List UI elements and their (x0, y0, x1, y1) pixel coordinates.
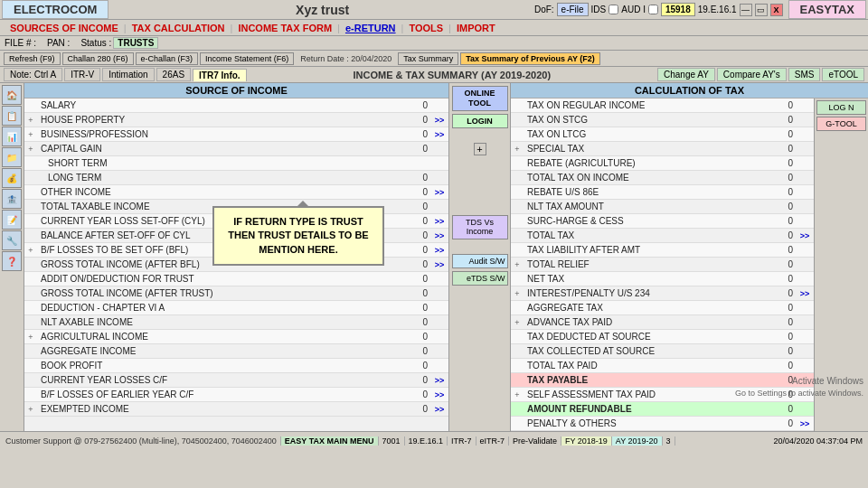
income-plus[interactable]: + (24, 246, 37, 255)
income-plus[interactable]: + (24, 333, 37, 342)
sidebar-icon-2[interactable]: 📋 (2, 106, 22, 126)
etds-sw-btn[interactable]: eTDS S/W (452, 271, 508, 286)
tab-itrv[interactable]: ITR-V (64, 68, 100, 81)
tax-value: 0 (755, 288, 796, 298)
efile-btn[interactable]: e-File (557, 3, 589, 16)
tax-row: TAX ON REGULAR INCOME0 (511, 99, 814, 113)
audit-sw-btn[interactable]: Audit S/W (452, 254, 508, 268)
tax-plus[interactable]: + (511, 318, 524, 327)
sidebar-icon-6[interactable]: 🏦 (2, 189, 22, 209)
tax-plus[interactable]: + (511, 390, 524, 399)
income-arrow[interactable]: >> (430, 390, 448, 399)
ids-checkbox[interactable] (609, 5, 618, 14)
income-value: 0 (390, 317, 430, 327)
sidebar-icon-8[interactable]: 🔧 (2, 230, 22, 250)
sidebar-icon-4[interactable]: 📁 (2, 147, 22, 167)
tab-change-ay[interactable]: Change AY (657, 68, 715, 81)
tab-sms[interactable]: SMS (788, 68, 821, 81)
income-value: 0 (390, 259, 430, 269)
aud-checkbox[interactable] (648, 5, 658, 14)
menu-income-tax[interactable]: INCOME TAX FORM (232, 22, 337, 34)
gtool-btn[interactable]: G-TOOL (816, 117, 866, 131)
status-label: Status : (80, 38, 113, 48)
tax-summary-prev-btn[interactable]: Tax Summary of Previous AY (F2) (460, 52, 600, 65)
menu-import[interactable]: IMPORT (451, 22, 501, 34)
menu-sources[interactable]: SOURCES OF INCOME (5, 22, 124, 34)
menu-tools[interactable]: TOOLS (403, 22, 448, 34)
income-arrow[interactable]: >> (430, 246, 448, 255)
tab-intimation[interactable]: Intimation (102, 68, 154, 81)
dof-label: DoF: (534, 5, 554, 14)
tax-plus[interactable]: + (511, 145, 524, 154)
minimize-btn[interactable]: — (740, 4, 752, 16)
income-arrow[interactable]: >> (430, 130, 448, 139)
login-log-btn[interactable]: LOG N (816, 100, 866, 115)
tax-plus[interactable]: + (511, 260, 524, 269)
income-plus[interactable]: + (24, 145, 37, 154)
tax-value: 0 (755, 274, 796, 284)
tax-row: +SELF ASSESSMENT TAX PAID0 (511, 388, 814, 402)
income-label: DEDUCTION - CHAPTER VI A (37, 303, 390, 313)
income-row: B/F LOSSES OF EARLIER YEAR C/F0>> (24, 388, 448, 402)
income-arrow[interactable]: >> (430, 231, 448, 240)
income-label: BOOK PROFIT (37, 361, 390, 371)
login-btn[interactable]: LOGIN (452, 114, 508, 128)
tax-label: AMOUNT REFUNDABLE (524, 404, 755, 414)
income-plus[interactable]: + (24, 116, 37, 125)
tax-plus[interactable]: + (511, 289, 524, 298)
close-btn[interactable]: X (770, 4, 783, 16)
income-arrow[interactable]: >> (430, 188, 448, 197)
income-stmt-btn[interactable]: Income Statement (F6) (200, 52, 294, 65)
tax-value: 0 (755, 404, 796, 414)
tax-summary-btn[interactable]: Tax Summary (398, 52, 458, 65)
tds-vs-income-btn[interactable]: TDS Vs Income (452, 215, 508, 240)
tab-itr7info[interactable]: ITR7 Info. (193, 69, 247, 81)
tax-arrow[interactable]: >> (796, 289, 814, 298)
sidebar-icon-7[interactable]: 📝 (2, 210, 22, 230)
sidebar-icon-3[interactable]: 📊 (2, 127, 22, 146)
income-plus[interactable]: + (24, 130, 37, 139)
tax-row: TAX ON LTCG0 (511, 127, 814, 142)
tax-value: 0 (755, 389, 796, 399)
income-value: 0 (390, 115, 430, 125)
tab-compare-ays[interactable]: Compare AY's (717, 68, 787, 81)
tax-arrow[interactable]: >> (796, 231, 814, 240)
sidebar-icon-9[interactable]: ❓ (2, 251, 22, 271)
income-value: 0 (390, 100, 430, 110)
income-arrow[interactable]: >> (430, 405, 448, 414)
tab-note-ctrl-a[interactable]: Note: Ctrl A (4, 68, 62, 81)
echallan-btn[interactable]: e-Challan (F3) (136, 52, 199, 65)
tab-26as[interactable]: 26AS (156, 68, 191, 81)
income-arrow[interactable]: >> (430, 116, 448, 125)
refresh-btn[interactable]: Refresh (F9) (4, 52, 61, 65)
income-arrow[interactable]: >> (430, 260, 448, 269)
status-fy: FY 2018-19 (561, 436, 612, 446)
income-plus[interactable]: + (24, 405, 37, 414)
income-arrow[interactable]: >> (430, 376, 448, 385)
menu-tax-calc[interactable]: TAX CALCULATION (127, 22, 231, 34)
income-label: NLT AXABLE INCOME (37, 317, 390, 327)
tax-label: TOTAL RELIEF (524, 259, 755, 269)
tax-label: INTEREST/PENALTY U/S 234 (524, 288, 755, 298)
income-arrow[interactable]: >> (430, 217, 448, 226)
menu-ereturn[interactable]: e-RETURN (340, 22, 401, 34)
online-tool-btn[interactable]: ONLINE TOOL (452, 86, 508, 111)
restore-btn[interactable]: ▭ (755, 4, 768, 16)
tax-value: 0 (755, 361, 796, 371)
challan-btn[interactable]: Challan 280 (F6) (62, 52, 134, 65)
sidebar-icon-1[interactable]: 🏠 (2, 85, 22, 105)
status-version: 19.E.16.1 (405, 436, 448, 446)
tax-arrow[interactable]: >> (796, 419, 814, 428)
plus-icon-1[interactable]: + (474, 143, 486, 155)
income-label: OTHER INCOME (37, 187, 390, 197)
tab-etool[interactable]: eTOOL (822, 68, 864, 81)
income-row: +CAPITAL GAIN0 (24, 142, 448, 156)
income-label: SHORT TERM (37, 158, 390, 168)
sidebar: 🏠 📋 📊 📁 💰 🏦 📝 🔧 ❓ (0, 83, 24, 431)
income-value: 0 (390, 288, 430, 298)
sidebar-icon-5[interactable]: 💰 (2, 168, 22, 188)
income-label: CURRENT YEAR LOSSES C/F (37, 375, 390, 385)
income-value: 0 (390, 129, 430, 139)
tax-label: TAX ON STCG (524, 115, 755, 125)
income-row: DEDUCTION - CHAPTER VI A0 (24, 301, 448, 315)
